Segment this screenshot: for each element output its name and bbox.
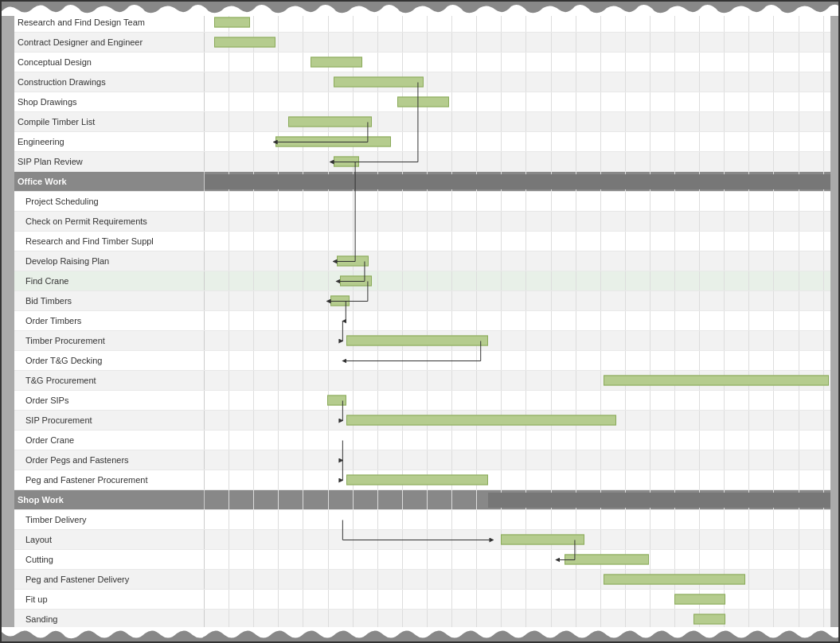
grid-lines-17 bbox=[205, 351, 840, 370]
gantt-bar-14 bbox=[330, 296, 350, 306]
task-row-17: Order T&G Decking bbox=[11, 351, 840, 371]
chart-area-3 bbox=[205, 72, 840, 92]
task-row-26: Layout bbox=[11, 530, 840, 550]
gantt-bar-26 bbox=[501, 535, 584, 545]
grid-lines-23 bbox=[205, 470, 840, 489]
task-row-27: Cutting bbox=[11, 550, 840, 570]
chart-area-19 bbox=[205, 391, 840, 410]
task-label-29: Fit up bbox=[11, 590, 205, 609]
chart-area-10 bbox=[205, 212, 840, 231]
chart-area-14 bbox=[205, 291, 840, 310]
gantt-bar-23 bbox=[346, 475, 488, 485]
chart-area-4 bbox=[205, 92, 840, 111]
torn-top-edge bbox=[2, 2, 838, 16]
task-label-17: Order T&G Decking bbox=[11, 351, 205, 370]
grid-lines-27 bbox=[205, 550, 840, 569]
chart-area-28 bbox=[205, 570, 840, 589]
chart-area-12 bbox=[205, 251, 840, 271]
chart-area-26 bbox=[205, 530, 840, 549]
grid-lines-19 bbox=[205, 391, 840, 410]
task-label-2: Conceptual Design bbox=[11, 53, 205, 72]
torn-right-edge bbox=[830, 2, 838, 641]
task-label-25: Timber Delivery bbox=[11, 510, 205, 529]
torn-left-edge bbox=[2, 2, 14, 641]
gantt-bar-30 bbox=[693, 614, 725, 625]
chart-area-24 bbox=[205, 490, 840, 509]
task-label-22: Order Pegs and Fasteners bbox=[11, 450, 205, 470]
grid-lines-16 bbox=[205, 331, 840, 350]
chart-area-11 bbox=[205, 232, 840, 251]
gantt-bar-1 bbox=[214, 37, 275, 48]
task-label-9: Project Scheduling bbox=[11, 192, 205, 211]
task-row-13: Find Crane bbox=[11, 271, 840, 291]
task-label-27: Cutting bbox=[11, 550, 205, 569]
grid-lines-7 bbox=[205, 152, 840, 171]
task-label-3: Construction Drawings bbox=[11, 72, 205, 92]
section-bar-8 bbox=[205, 174, 840, 189]
grid-lines-30 bbox=[205, 610, 840, 629]
chart-area-18 bbox=[205, 371, 840, 390]
gantt-bar-19 bbox=[327, 396, 346, 406]
gantt-bar-5 bbox=[288, 117, 372, 127]
chart-area-13 bbox=[205, 271, 840, 290]
task-row-23: Peg and Fastener Procurement bbox=[11, 470, 840, 490]
grid-lines-25 bbox=[205, 510, 840, 529]
grid-lines-15 bbox=[205, 311, 840, 330]
task-row-11: Research and Find Timber Suppl bbox=[11, 232, 840, 251]
task-row-29: Fit up bbox=[11, 590, 840, 610]
gantt-bar-20 bbox=[346, 415, 616, 426]
grid-lines-12 bbox=[205, 251, 840, 271]
task-row-19: Order SIPs bbox=[11, 391, 840, 411]
chart-area-1 bbox=[205, 33, 840, 52]
chart-area-20 bbox=[205, 411, 840, 430]
gantt-bar-29 bbox=[674, 594, 726, 605]
task-label-23: Peg and Fastener Procurement bbox=[11, 470, 205, 489]
task-row-2: Conceptual Design bbox=[11, 53, 840, 72]
task-label-5: Compile Timber List bbox=[11, 112, 205, 131]
gantt-bar-4 bbox=[397, 97, 449, 107]
task-label-12: Develop Raising Plan bbox=[11, 251, 205, 271]
chart-area-21 bbox=[205, 431, 840, 450]
task-label-7: SIP Plan Review bbox=[11, 152, 205, 171]
task-label-11: Research and Find Timber Suppl bbox=[11, 232, 205, 251]
task-label-13: Find Crane bbox=[11, 271, 205, 290]
task-label-19: Order SIPs bbox=[11, 391, 205, 410]
gantt-bar-13 bbox=[340, 276, 372, 286]
task-label-4: Shop Drawings bbox=[11, 92, 205, 111]
task-label-6: Engineering bbox=[11, 132, 205, 151]
task-row-3: Construction Drawings bbox=[11, 72, 840, 92]
chart-area-25 bbox=[205, 510, 840, 529]
grid-lines-1 bbox=[205, 33, 840, 52]
task-label-20: SIP Procurement bbox=[11, 411, 205, 430]
chart-area-16 bbox=[205, 331, 840, 350]
task-row-20: SIP Procurement bbox=[11, 411, 840, 431]
task-row-24: Shop Work bbox=[11, 490, 840, 510]
task-label-8: Office Work bbox=[11, 172, 205, 191]
gantt-content: Research and Find Design TeamContract De… bbox=[11, 13, 840, 629]
task-label-24: Shop Work bbox=[11, 490, 205, 509]
task-label-28: Peg and Fastener Delivery bbox=[11, 570, 205, 589]
chart-area-23 bbox=[205, 470, 840, 489]
grid-lines-9 bbox=[205, 192, 840, 211]
grid-lines-10 bbox=[205, 212, 840, 231]
task-label-26: Layout bbox=[11, 530, 205, 549]
gantt-bar-12 bbox=[337, 256, 369, 267]
task-row-28: Peg and Fastener Delivery bbox=[11, 570, 840, 590]
chart-area-15 bbox=[205, 311, 840, 330]
chart-area-5 bbox=[205, 112, 840, 131]
chart-area-30 bbox=[205, 610, 840, 629]
task-row-21: Order Crane bbox=[11, 431, 840, 450]
gantt-bar-18 bbox=[604, 376, 829, 386]
task-label-30: Sanding bbox=[11, 610, 205, 629]
task-row-22: Order Pegs and Fasteners bbox=[11, 450, 840, 470]
task-row-6: Engineering bbox=[11, 132, 840, 152]
chart-area-7 bbox=[205, 152, 840, 171]
task-label-14: Bid Timbers bbox=[11, 291, 205, 310]
task-row-4: Shop Drawings bbox=[11, 92, 840, 112]
task-row-8: Office Work bbox=[11, 172, 840, 192]
gantt-container: Research and Find Design TeamContract De… bbox=[0, 0, 840, 643]
gantt-bar-28 bbox=[604, 575, 745, 585]
task-row-14: Bid Timbers bbox=[11, 291, 840, 311]
task-row-7: SIP Plan Review bbox=[11, 152, 840, 172]
task-row-16: Timber Procurement bbox=[11, 331, 840, 351]
